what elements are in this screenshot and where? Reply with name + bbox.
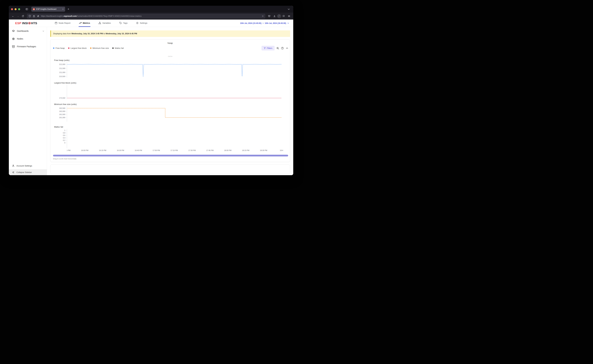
downloads-icon[interactable] [272,14,277,19]
tab-favicon-icon [33,8,35,10]
back-button[interactable]: ← [11,14,15,19]
plot-area[interactable] [67,129,281,148]
profile-avatar[interactable]: P [277,14,281,18]
drag-hint-text: Drag to scroll chart horizontally [53,158,290,160]
tab-settings[interactable]: Settings [136,20,148,27]
app-nav-tabs: Node Report Metrics Variables [54,20,148,27]
help-icon[interactable] [281,47,284,50]
tab-variables[interactable]: Variables [98,20,111,27]
tab-metrics[interactable]: Metrics [79,20,91,27]
minimize-window-button[interactable] [15,8,17,10]
x-axis-label: 15:45 PM [67,150,71,151]
legend-item-largest-free-block[interactable]: Largest free block [68,47,86,49]
y-axis: 192,500192,000191,500191,000 [50,106,67,122]
filters-button[interactable]: Filters [262,46,274,50]
y-axis-label: 191,500 [59,113,65,116]
permissions-swap-icon[interactable] [37,15,39,18]
y-axis: 172,032 [50,85,67,99]
plot-area[interactable] [67,85,281,99]
y-axis-label: 212,000 [59,63,65,65]
chart-free-heap[interactable]: Free heap (units) 212,000211,500211,0002… [50,59,290,78]
banner-to-date: Wednesday, July 10, 2024 6:45 PM [106,32,137,35]
legend-item-minimum-free-size[interactable]: Minimum free size [90,47,109,49]
y-axis-tick [66,133,67,133]
y-axis-tick [66,117,67,118]
x-axis-label: 17:15 PM [170,150,178,151]
chip-icon [12,37,15,40]
chart-series-svg [67,62,281,78]
extensions-puzzle-icon[interactable] [281,14,286,19]
x-axis-label: 18:30 PM [260,150,267,151]
firefox-view-icon[interactable] [25,7,29,12]
reload-icon[interactable] [21,14,25,19]
url-bar[interactable]: https://dashboard.insights.espressif.com… [27,14,265,19]
legend-item-free-heap[interactable]: Free heap [53,47,65,49]
plot-area[interactable] [67,106,281,122]
legend-dot [90,47,91,49]
bookmark-star-icon[interactable]: ☆ [262,15,264,18]
funnel-icon [264,47,266,49]
calendar-icon [55,22,57,24]
main-content: Displaying data from Wednesday, July 10,… [47,27,293,175]
tab-close-icon[interactable]: × [62,8,64,10]
browser-tab[interactable]: ESP Insights Dashboard × [31,7,65,12]
url-text: https://dashboard.insights.espressif.com… [41,15,260,17]
x-axis: 15:45 PM16:00 PM16:15 PM16:30 PM16:45 PM… [67,150,293,152]
double-chevron-left-icon [12,171,15,174]
toolbar-right-icons: P [267,14,291,19]
collapse-card-chevron-icon[interactable] [286,47,288,50]
plot-area[interactable] [67,62,281,78]
tracking-shield-icon[interactable] [28,15,31,18]
person-icon [12,164,15,167]
heap-chart-card: heap Free heap Largest free block [50,39,290,162]
browser-toolbar: ← → https://dashboard.i [9,13,293,20]
y-axis: 212,000211,500211,000210,500 [50,62,67,78]
x-axis-label: 16:00 PM [81,150,88,151]
new-tab-button[interactable]: + [66,7,71,12]
tag-icon [119,22,122,24]
browser-window: ESP Insights Dashboard × + ← → [9,6,293,175]
chart-series-svg [67,129,281,148]
scrollbar-thumb[interactable] [53,155,288,156]
archive-box-icon [12,45,15,48]
y-axis-tick [66,64,67,65]
lock-icon[interactable] [33,15,35,18]
chart-malloc-fail[interactable]: Malloc fail 10.80.60.40.20 [50,126,290,148]
legend-item-malloc-fail[interactable]: Malloc fail [112,47,124,49]
x-axis-label: 16:15 PM [99,150,106,151]
zoom-window-button[interactable] [18,8,20,10]
sidebar-item-nodes[interactable]: Nodes [9,35,47,43]
tab-list-chevron-icon[interactable] [287,7,291,12]
y-axis-tick [66,108,67,108]
chart-horizontal-scrollbar [53,155,288,156]
close-window-button[interactable] [11,8,13,10]
date-range-picker[interactable]: 10th Jul, 2024 (15:45:00) > 10th Jul, 20… [240,20,293,27]
zoom-in-icon[interactable] [276,47,279,50]
y-axis-label: 1 [64,129,65,131]
y-axis-label: 0.4 [63,137,65,139]
tab-tags[interactable]: Tags [119,20,128,27]
tab-node-report[interactable]: Node Report [54,20,71,27]
chart-minimum-free-size[interactable]: Minimum free size (units) 192,500192,000… [50,103,290,122]
menu-hamburger-icon[interactable] [287,14,291,19]
browser-tab-bar: ESP Insights Dashboard × + [9,6,293,13]
y-axis-tick [66,111,67,111]
forward-button[interactable]: → [16,14,20,19]
dashboards-layers-icon [12,30,15,32]
chart-largest-free-block[interactable]: Largest free block (units) 172,032 [50,82,290,99]
crosshair-time-readout: -:--:-- [50,55,290,58]
chart-series-svg [67,85,281,99]
next-card-stub [50,164,290,174]
sidebar-item-account-settings[interactable]: Account Settings [9,162,47,169]
pocket-icon[interactable] [267,14,272,19]
collapse-sidebar-button[interactable]: Collapse Sidebar [9,169,47,175]
app-header: ESPINSIHTS Node Report Metrics [9,20,293,27]
metrics-trend-icon [79,22,82,24]
x-axis-label: 18:4 [280,150,283,151]
legend-dot [112,47,114,49]
sidebar-bottom: Account Settings Collapse Sidebar [9,162,47,175]
card-toolbar: Free heap Largest free block Minimum fre… [50,46,290,50]
sidebar-item-dashboards[interactable]: Dashboards [9,27,47,35]
chart-legend: Free heap Largest free block Minimum fre… [53,47,124,49]
sidebar-item-firmware-packages[interactable]: Firmware Packages [9,43,47,50]
